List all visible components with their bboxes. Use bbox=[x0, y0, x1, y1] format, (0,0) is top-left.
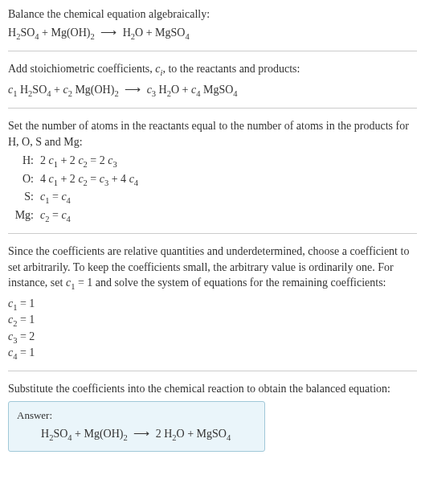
coefficient-solution: c1 = 1 c2 = 1 c3 = 2 c4 = 1 bbox=[8, 297, 417, 363]
solve-title: Since the coefficients are relative quan… bbox=[8, 244, 417, 293]
table-row: S: c1 = c4 bbox=[11, 189, 417, 207]
element-equation: c1 = c4 bbox=[40, 189, 71, 207]
section-problem: Balance the chemical equation algebraica… bbox=[8, 6, 417, 51]
element-balance-table: H: 2 c1 + 2 c2 = 2 c3 O: 4 c1 + 2 c2 = c… bbox=[11, 153, 417, 225]
element-equation: c2 = c4 bbox=[40, 207, 71, 225]
section-answer: Substitute the coefficients into the che… bbox=[8, 381, 417, 452]
element-label: S: bbox=[11, 189, 34, 205]
coeff-equation: c1 H2SO4 + c2 Mg(OH)2 ⟶ c3 H2O + c4 MgSO… bbox=[8, 82, 417, 100]
coeff-line: c1 = 1 bbox=[8, 297, 417, 313]
problem-title: Balance the chemical equation algebraica… bbox=[8, 6, 417, 23]
element-equation: 2 c1 + 2 c2 = 2 c3 bbox=[40, 153, 117, 170]
element-label: H: bbox=[11, 153, 34, 169]
section-coefficients: Add stoichiometric coefficients, ci, to … bbox=[8, 61, 417, 109]
element-equation: 4 c1 + 2 c2 = c3 + 4 c4 bbox=[40, 171, 138, 189]
element-label: Mg: bbox=[11, 207, 34, 223]
table-row: H: 2 c1 + 2 c2 = 2 c3 bbox=[11, 153, 417, 170]
answer-label: Answer: bbox=[17, 408, 256, 423]
answer-title: Substitute the coefficients into the che… bbox=[8, 381, 417, 397]
balanced-equation: H2SO4 + Mg(OH)2 ⟶ 2 H2O + MgSO4 bbox=[41, 426, 256, 444]
coeff-title: Add stoichiometric coefficients, ci, to … bbox=[8, 61, 417, 79]
table-row: Mg: c2 = c4 bbox=[11, 207, 417, 225]
answer-box: Answer: H2SO4 + Mg(OH)2 ⟶ 2 H2O + MgSO4 bbox=[8, 401, 265, 452]
section-atoms: Set the number of atoms in the reactants… bbox=[8, 118, 417, 234]
section-solve: Since the coefficients are relative quan… bbox=[8, 244, 417, 371]
unbalanced-equation: H2SO4 + Mg(OH)2 ⟶ H2O + MgSO4 bbox=[8, 25, 417, 43]
table-row: O: 4 c1 + 2 c2 = c3 + 4 c4 bbox=[11, 171, 417, 189]
element-label: O: bbox=[11, 171, 34, 187]
coeff-line: c2 = 1 bbox=[8, 313, 417, 329]
atoms-title: Set the number of atoms in the reactants… bbox=[8, 118, 417, 150]
coeff-line: c3 = 2 bbox=[8, 330, 417, 346]
coeff-line: c4 = 1 bbox=[8, 346, 417, 362]
